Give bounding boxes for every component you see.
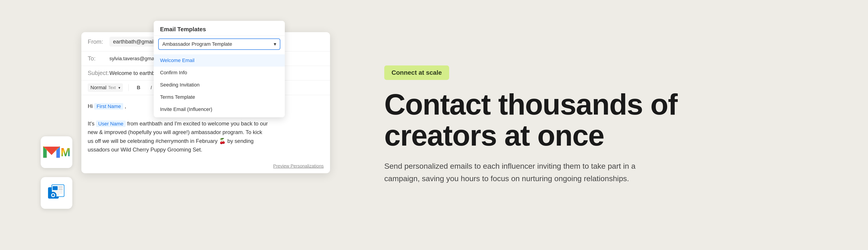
- subject-label: Subject:: [88, 70, 106, 77]
- dropdown-item-seeding[interactable]: Seeding Invitation: [154, 79, 285, 91]
- body-line2: new & improved (hopefully you will agree…: [88, 128, 324, 137]
- email-templates-dropdown: Email Templates Ambassador Program Templ…: [154, 21, 285, 117]
- toolbar-divider-1: [128, 84, 129, 91]
- svg-rect-8: [53, 191, 63, 192]
- dropdown-title: Email Templates: [154, 21, 285, 36]
- gmail-icon: M: [41, 136, 72, 168]
- outlook-icon: [41, 177, 72, 209]
- text-style-select[interactable]: Normal Text ▾: [88, 83, 123, 92]
- user-name-token[interactable]: User Name: [96, 120, 126, 127]
- left-side: M From:: [41, 23, 357, 227]
- dropdown-item-welcome[interactable]: Welcome Email: [154, 54, 285, 66]
- svg-point-13: [52, 194, 54, 196]
- svg-rect-1: [42, 146, 61, 158]
- to-label: To:: [88, 55, 106, 62]
- svg-rect-6: [58, 186, 63, 188]
- connect-badge: Connect at scale: [384, 65, 449, 80]
- text-select-text: Text: [108, 85, 116, 90]
- svg-rect-5: [53, 186, 58, 190]
- page-container: M From:: [0, 0, 868, 250]
- from-label: From:: [88, 38, 106, 45]
- main-title: Contact thousands of creators at once: [384, 89, 827, 151]
- dropdown-list: Welcome Email Confirm Info Seeding Invit…: [154, 53, 285, 117]
- dropdown-item-confirm[interactable]: Confirm Info: [154, 66, 285, 79]
- dropdown-chevron: ▾: [274, 41, 276, 47]
- dropdown-selected[interactable]: Ambassador Program Template ▾: [158, 38, 280, 50]
- preview-link-row: Preview Personalizations: [81, 161, 330, 173]
- svg-rect-7: [58, 188, 63, 190]
- body-line3: us off we will be celebrating #cherrymon…: [88, 137, 324, 145]
- bold-button[interactable]: B: [134, 83, 143, 92]
- body-its: It's: [88, 120, 94, 127]
- body-line4: ussadors our Wild Cherry Puppy Grooming …: [88, 145, 324, 154]
- right-side: Connect at scale Contact thousands of cr…: [384, 65, 827, 185]
- dropdown-item-terms[interactable]: Terms Template: [154, 91, 285, 103]
- gmail-letter: M: [61, 146, 70, 158]
- body-line1-end: from earthbath and I'm excited to welcom…: [127, 120, 268, 127]
- greeting: Hi: [88, 103, 93, 109]
- first-name-token[interactable]: First Name: [94, 103, 123, 110]
- preview-link[interactable]: Preview Personalizations: [273, 164, 324, 169]
- toolbar-dropdown-arrow: ▾: [119, 86, 120, 90]
- subtitle: Send personalized emails to each influen…: [384, 160, 655, 185]
- dropdown-item-invite[interactable]: Invite Email (Influencer): [154, 103, 285, 115]
